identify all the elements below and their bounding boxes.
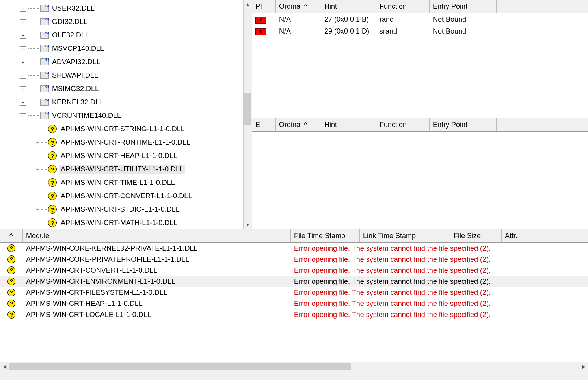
expand-icon[interactable]: + bbox=[20, 33, 26, 39]
module-name: API-MS-WIN-CRT-LOCALE-L1-1-0.DLL bbox=[23, 310, 291, 320]
exports-list[interactable] bbox=[252, 132, 588, 229]
expand-icon[interactable]: + bbox=[20, 6, 26, 12]
tree-node-missing[interactable]: ?API-MS-WIN-CRT-STRING-L1-1-0.DLL bbox=[0, 122, 243, 136]
exports-header-function[interactable]: Function bbox=[376, 118, 430, 131]
module-name: API-MS-WIN-CORE-PRIVATEPROFILE-L1-1-1.DL… bbox=[23, 255, 291, 265]
module-row[interactable]: ?API-MS-WIN-CRT-LOCALE-L1-1-0.DLLError o… bbox=[0, 309, 588, 320]
modules-header-linktime[interactable]: Link Time Stamp bbox=[360, 229, 450, 242]
module-name: API-MS-WIN-CRT-FILESYSTEM-L1-1-0.DLL bbox=[23, 288, 291, 298]
missing-module-icon: ? bbox=[48, 138, 57, 147]
expand-icon[interactable]: + bbox=[20, 73, 26, 79]
modules-header-attr[interactable]: Attr. bbox=[502, 229, 537, 242]
import-entrypoint: Not Bound bbox=[430, 15, 497, 24]
import-hint: 27 (0x0 0 1 B) bbox=[321, 15, 376, 24]
missing-module-icon: ? bbox=[48, 218, 57, 227]
module-row[interactable]: ?API-MS-WIN-CRT-FILESYSTEM-L1-1-0.DLLErr… bbox=[0, 287, 588, 298]
modules-header-filesize[interactable]: File Size bbox=[450, 229, 502, 242]
module-icon bbox=[40, 18, 49, 25]
tree-node-missing[interactable]: ?API-MS-WIN-CRT-RUNTIME-L1-1-0.DLL bbox=[0, 136, 243, 149]
expand-icon[interactable]: + bbox=[20, 100, 26, 106]
imports-header-row: PI Ordinal ^ Hint Function Entry Point bbox=[252, 0, 588, 13]
module-error: Error opening file. The system cannot fi… bbox=[291, 266, 588, 276]
exports-header-entrypoint[interactable]: Entry Point bbox=[430, 118, 497, 131]
scroll-up-icon[interactable]: ▲ bbox=[244, 0, 252, 9]
expand-icon[interactable]: + bbox=[20, 113, 26, 119]
tree-node-missing[interactable]: ?API-MS-WIN-CRT-CONVERT-L1-1-0.DLL bbox=[0, 189, 243, 203]
tree-node-missing[interactable]: ?API-MS-WIN-CRT-UTILITY-L1-1-0.DLL bbox=[0, 162, 243, 176]
module-error: Error opening file. The system cannot fi… bbox=[291, 277, 588, 287]
tree-node-module[interactable]: +GDI32.DLL bbox=[0, 15, 243, 28]
tree-node-missing[interactable]: ?API-MS-WIN-CRT-HEAP-L1-1-0.DLL bbox=[0, 149, 243, 162]
module-row[interactable]: ?API-MS-WIN-CRT-CONVERT-L1-1-0.DLLError … bbox=[0, 265, 588, 276]
tree-node-module[interactable]: +MSIMG32.DLL bbox=[0, 82, 243, 95]
imports-header-entrypoint[interactable]: Entry Point bbox=[430, 0, 497, 13]
missing-module-icon: ? bbox=[48, 165, 57, 173]
modules-list[interactable]: ?API-MS-WIN-CORE-KERNEL32-PRIVATE-L1-1-1… bbox=[0, 243, 588, 362]
module-row[interactable]: ?API-MS-WIN-CRT-ENVIRONMENT-L1-1-0.DLLEr… bbox=[0, 276, 588, 287]
missing-module-icon: ? bbox=[48, 125, 57, 133]
modules-header-sort[interactable]: ^ bbox=[0, 229, 23, 242]
module-icon bbox=[40, 5, 49, 12]
tree-node-module[interactable]: +OLE32.DLL bbox=[0, 28, 243, 42]
missing-module-icon: ? bbox=[7, 289, 15, 296]
modules-header-filetime[interactable]: File Time Stamp bbox=[291, 229, 360, 242]
dependency-tree[interactable]: +USER32.DLL+GDI32.DLL+OLE32.DLL+MSVCP140… bbox=[0, 0, 243, 229]
missing-module-icon: ? bbox=[7, 300, 15, 307]
exports-header-ordinal[interactable]: Ordinal ^ bbox=[276, 118, 321, 131]
tree-node-module[interactable]: +KERNEL32.DLL bbox=[0, 95, 243, 109]
tree-node-label: MSIMG32.DLL bbox=[50, 84, 100, 93]
tree-node-label: API-MS-WIN-CRT-STRING-L1-1-0.DLL bbox=[59, 125, 186, 134]
modules-header-row: ^ Module File Time Stamp Link Time Stamp… bbox=[0, 229, 588, 243]
expand-icon[interactable]: + bbox=[20, 19, 26, 25]
module-row[interactable]: ?API-MS-WIN-CORE-KERNEL32-PRIVATE-L1-1-1… bbox=[0, 243, 588, 254]
module-icon bbox=[40, 99, 49, 106]
import-row[interactable]: CN/A27 (0x0 0 1 B)randNot Bound bbox=[252, 13, 588, 25]
exports-header-e[interactable]: E bbox=[252, 118, 276, 131]
missing-module-icon: ? bbox=[48, 192, 57, 200]
import-ordinal: N/A bbox=[276, 15, 321, 24]
expand-icon[interactable]: + bbox=[20, 60, 26, 65]
missing-module-icon: ? bbox=[48, 205, 57, 214]
imports-header-hint[interactable]: Hint bbox=[321, 0, 376, 13]
import-function: rand bbox=[376, 15, 430, 24]
module-name: API-MS-WIN-CRT-ENVIRONMENT-L1-1-0.DLL bbox=[23, 277, 291, 287]
import-hint: 29 (0x0 0 1 D) bbox=[321, 26, 376, 36]
scroll-right-icon[interactable]: ▶ bbox=[579, 362, 588, 371]
module-error: Error opening file. The system cannot fi… bbox=[291, 244, 588, 253]
imports-header-pi[interactable]: PI bbox=[252, 0, 276, 13]
tree-node-module[interactable]: +SHLWAPI.DLL bbox=[0, 69, 243, 82]
module-row[interactable]: ?API-MS-WIN-CRT-HEAP-L1-1-0.DLLError ope… bbox=[0, 298, 588, 309]
expand-icon[interactable]: + bbox=[20, 46, 26, 52]
module-name: API-MS-WIN-CORE-KERNEL32-PRIVATE-L1-1-1.… bbox=[23, 244, 291, 253]
tree-node-module[interactable]: +MSVCP140.DLL bbox=[0, 42, 243, 55]
tree-node-label: VCRUNTIME140.DLL bbox=[50, 111, 123, 120]
expand-icon[interactable]: + bbox=[20, 86, 26, 92]
tree-node-module[interactable]: +ADVAPI32.DLL bbox=[0, 55, 243, 69]
tree-node-missing[interactable]: ?API-MS-WIN-CRT-TIME-L1-1-0.DLL bbox=[0, 176, 243, 189]
modules-header-module[interactable]: Module bbox=[23, 229, 291, 242]
scroll-thumb[interactable] bbox=[244, 93, 251, 125]
tree-scrollbar[interactable]: ▲ ▼ bbox=[243, 0, 252, 229]
tree-node-missing[interactable]: ?API-MS-WIN-CRT-MATH-L1-1-0.DLL bbox=[0, 216, 243, 229]
scroll-left-icon[interactable]: ◀ bbox=[0, 362, 9, 371]
module-error: Error opening file. The system cannot fi… bbox=[291, 255, 588, 265]
module-row[interactable]: ?API-MS-WIN-CORE-PRIVATEPROFILE-L1-1-1.D… bbox=[0, 254, 588, 265]
modules-hscrollbar[interactable]: ◀ ▶ bbox=[0, 362, 588, 371]
imports-header-spacer bbox=[497, 0, 588, 13]
missing-module-icon: ? bbox=[7, 244, 15, 252]
exports-header-hint[interactable]: Hint bbox=[321, 118, 376, 131]
imports-list[interactable]: CN/A27 (0x0 0 1 B)randNot BoundCN/A29 (0… bbox=[252, 13, 588, 118]
tree-node-module[interactable]: +USER32.DLL bbox=[0, 2, 243, 15]
tree-node-label: API-MS-WIN-CRT-HEAP-L1-1-0.DLL bbox=[59, 151, 179, 160]
imports-header-ordinal[interactable]: Ordinal ^ bbox=[276, 0, 321, 13]
missing-module-icon: ? bbox=[7, 311, 15, 319]
imports-header-function[interactable]: Function bbox=[376, 0, 430, 13]
tree-node-module[interactable]: +VCRUNTIME140.DLL bbox=[0, 109, 243, 122]
module-error: Error opening file. The system cannot fi… bbox=[291, 288, 588, 298]
scroll-down-icon[interactable]: ▼ bbox=[244, 220, 252, 229]
tree-node-missing[interactable]: ?API-MS-WIN-CRT-STDIO-L1-1-0.DLL bbox=[0, 203, 243, 216]
module-icon bbox=[40, 32, 49, 39]
import-row[interactable]: CN/A29 (0x0 0 1 D)srandNot Bound bbox=[252, 25, 588, 37]
tree-node-label: API-MS-WIN-CRT-CONVERT-L1-1-0.DLL bbox=[59, 192, 194, 201]
hscroll-thumb[interactable] bbox=[9, 363, 351, 370]
